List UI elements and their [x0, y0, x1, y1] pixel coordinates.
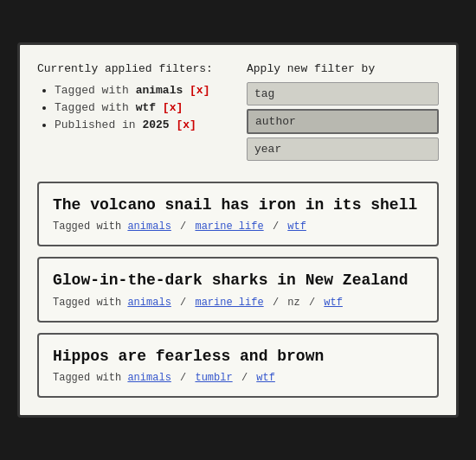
- filter-tag-animals: animals: [136, 84, 183, 97]
- tag-wtf-1[interactable]: wtf: [287, 220, 306, 233]
- tag-wtf-2[interactable]: wtf: [324, 297, 343, 309]
- top-section: Currently applied filters: Tagged with a…: [37, 62, 439, 164]
- page-container: Currently applied filters: Tagged with a…: [17, 42, 459, 418]
- remove-animals-link[interactable]: [x]: [190, 84, 209, 97]
- filter-item-year: Published in 2025 [x]: [55, 118, 229, 131]
- tags-label-3: Tagged with: [53, 372, 127, 384]
- filter-year: 2025: [142, 118, 169, 131]
- article-card-3: Hippos are fearless and brown Tagged wit…: [37, 333, 439, 398]
- articles-section: The volcano snail has iron in its shell …: [37, 182, 439, 398]
- filter-prefix-2: Tagged with: [55, 101, 136, 114]
- tag-marine-life-2[interactable]: marine life: [195, 297, 263, 309]
- sep-2b: /: [273, 297, 285, 309]
- tag-animals-3[interactable]: animals: [127, 372, 170, 384]
- filter-by-year-button[interactable]: year: [247, 137, 439, 161]
- filter-by-author-button[interactable]: author: [247, 109, 439, 134]
- tag-animals-1[interactable]: animals: [127, 220, 170, 233]
- tags-label-1: Tagged with: [53, 220, 127, 233]
- filter-list: Tagged with animals [x] Tagged with wtf …: [37, 84, 229, 131]
- filter-tag-wtf: wtf: [136, 101, 156, 114]
- new-filter-title: Apply new filter by: [247, 62, 439, 75]
- sep-2c: /: [309, 297, 321, 309]
- tag-marine-life-1[interactable]: marine life: [195, 220, 263, 233]
- article-tags-1: Tagged with animals / marine life / wtf: [53, 220, 423, 233]
- filter-prefix-1: Tagged with: [55, 84, 136, 97]
- sep-3b: /: [241, 372, 254, 384]
- filter-by-tag-button[interactable]: tag: [247, 82, 439, 105]
- tag-nz-2: nz: [287, 297, 299, 309]
- tag-wtf-3[interactable]: wtf: [256, 372, 275, 384]
- filters-title: Currently applied filters:: [37, 62, 229, 75]
- remove-wtf-link[interactable]: [x]: [163, 101, 183, 114]
- sep-1a: /: [180, 220, 192, 233]
- filters-section: Currently applied filters: Tagged with a…: [37, 62, 229, 164]
- article-title-2: Glow-in-the-dark sharks in New Zealand: [53, 271, 423, 291]
- filter-prefix-3: Published in: [55, 118, 142, 131]
- article-title-3: Hippos are fearless and brown: [53, 347, 423, 367]
- tags-label-2: Tagged with: [53, 297, 127, 309]
- tag-tumblr-3[interactable]: tumblr: [195, 372, 232, 384]
- article-card-2: Glow-in-the-dark sharks in New Zealand T…: [37, 257, 439, 322]
- new-filter-section: Apply new filter by tag author year: [247, 62, 439, 164]
- filter-item-animals: Tagged with animals [x]: [55, 84, 229, 97]
- article-card-1: The volcano snail has iron in its shell …: [37, 182, 439, 246]
- sep-2a: /: [180, 297, 192, 309]
- tag-animals-2[interactable]: animals: [127, 297, 170, 309]
- article-tags-2: Tagged with animals / marine life / nz /…: [53, 297, 423, 309]
- filter-item-wtf: Tagged with wtf [x]: [55, 101, 229, 114]
- sep-1b: /: [273, 220, 285, 233]
- article-tags-3: Tagged with animals / tumblr / wtf: [53, 372, 423, 384]
- article-title-1: The volcano snail has iron in its shell: [53, 195, 423, 215]
- remove-year-link[interactable]: [x]: [176, 118, 196, 131]
- sep-3a: /: [180, 372, 192, 384]
